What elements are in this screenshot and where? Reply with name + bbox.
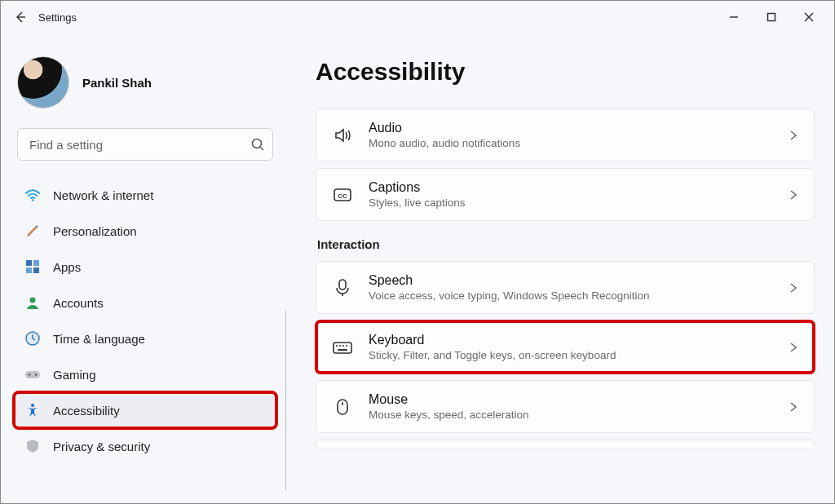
sidebar-item-privacy[interactable]: Privacy & security (14, 428, 276, 464)
clock-globe-icon (24, 329, 42, 347)
svg-rect-8 (33, 267, 39, 273)
main-content: Accessibility Audio Mono audio, audio no… (286, 33, 834, 503)
card-keyboard[interactable]: Keyboard Sticky, Filter, and Toggle keys… (316, 321, 815, 374)
card-title: Speech (369, 273, 773, 288)
card-partial-next[interactable] (316, 440, 815, 449)
arrow-left-icon (14, 11, 27, 24)
sidebar-item-network[interactable]: Network & internet (14, 177, 276, 213)
accessibility-icon (24, 401, 42, 419)
search-icon (250, 137, 265, 152)
chevron-right-icon (788, 342, 799, 353)
section-interaction: Interaction (317, 237, 815, 251)
sidebar-item-label: Network & internet (53, 188, 153, 202)
sidebar-item-label: Gaming (53, 368, 96, 382)
card-speech[interactable]: Speech Voice access, voice typing, Windo… (316, 261, 815, 314)
card-subtitle: Mouse keys, speed, acceleration (369, 409, 773, 421)
card-audio[interactable]: Audio Mono audio, audio notifications (316, 108, 815, 161)
sidebar-item-accounts[interactable]: Accounts (14, 285, 276, 321)
close-button[interactable] (790, 4, 828, 30)
card-subtitle: Mono audio, audio notifications (369, 137, 773, 149)
person-icon (24, 294, 42, 312)
sidebar-item-label: Time & language (53, 332, 145, 346)
sidebar-item-gaming[interactable]: Gaming (14, 356, 276, 392)
minimize-button[interactable] (715, 4, 753, 30)
chevron-right-icon (788, 189, 799, 201)
apps-icon (24, 258, 42, 276)
sidebar-item-accessibility[interactable]: Accessibility (14, 392, 276, 428)
svg-point-14 (31, 404, 34, 407)
svg-point-2 (253, 139, 262, 148)
svg-rect-5 (26, 260, 32, 266)
sidebar-item-label: Personalization (53, 224, 137, 238)
close-icon (804, 12, 814, 22)
paintbrush-icon (24, 222, 42, 240)
microphone-icon (331, 276, 354, 299)
sidebar-item-apps[interactable]: Apps (14, 249, 276, 285)
mouse-icon (331, 396, 354, 418)
profile-name: Pankil Shah (82, 76, 152, 90)
window-title: Settings (38, 11, 77, 24)
page-title: Accessibility (316, 58, 815, 86)
sidebar-item-personalization[interactable]: Personalization (14, 213, 276, 249)
window-controls (715, 4, 828, 30)
svg-rect-17 (339, 280, 346, 290)
audio-icon (331, 124, 354, 147)
card-mouse[interactable]: Mouse Mouse keys, speed, acceleration (316, 380, 815, 433)
gamepad-icon (24, 365, 42, 383)
profile[interactable]: Pankil Shah (14, 53, 276, 125)
sidebar: Pankil Shah Network & internet Personali… (1, 33, 286, 503)
minimize-icon (729, 12, 739, 22)
maximize-button[interactable] (753, 4, 790, 30)
nav: Network & internet Personalization Apps … (14, 177, 276, 464)
sidebar-item-label: Accessibility (53, 404, 120, 418)
sidebar-item-time-language[interactable]: Time & language (14, 321, 276, 356)
svg-rect-24 (338, 400, 347, 414)
svg-text:CC: CC (338, 192, 347, 199)
svg-point-4 (32, 199, 34, 201)
card-subtitle: Sticky, Filter, and Toggle keys, on-scre… (369, 349, 773, 361)
maximize-icon (767, 12, 776, 22)
svg-line-3 (261, 148, 264, 151)
svg-rect-18 (334, 343, 351, 353)
sidebar-divider (285, 311, 286, 490)
card-title: Audio (369, 121, 773, 135)
card-title: Keyboard (369, 333, 773, 347)
card-captions[interactable]: CC Captions Styles, live captions (316, 168, 815, 221)
keyboard-icon (331, 336, 354, 359)
card-subtitle: Styles, live captions (369, 197, 773, 209)
svg-rect-7 (26, 267, 32, 273)
shield-icon (24, 437, 42, 455)
svg-rect-6 (33, 260, 39, 266)
card-subtitle: Voice access, voice typing, Windows Spee… (369, 290, 773, 302)
wifi-icon (24, 186, 42, 204)
svg-point-13 (35, 374, 37, 375)
search-wrap (17, 128, 273, 161)
sidebar-item-label: Privacy & security (53, 440, 150, 453)
svg-rect-1 (768, 14, 775, 21)
titlebar: Settings (1, 1, 834, 33)
search-input[interactable] (17, 128, 273, 161)
sidebar-item-label: Apps (53, 260, 81, 274)
captions-icon: CC (331, 183, 354, 206)
card-title: Captions (369, 180, 773, 195)
avatar (17, 56, 69, 108)
chevron-right-icon (788, 401, 799, 413)
back-button[interactable] (7, 4, 33, 30)
chevron-right-icon (788, 130, 799, 141)
svg-rect-11 (25, 371, 40, 378)
svg-point-12 (29, 374, 30, 375)
card-title: Mouse (369, 392, 773, 407)
svg-point-9 (30, 298, 36, 303)
chevron-right-icon (788, 282, 799, 294)
sidebar-item-label: Accounts (53, 296, 104, 310)
